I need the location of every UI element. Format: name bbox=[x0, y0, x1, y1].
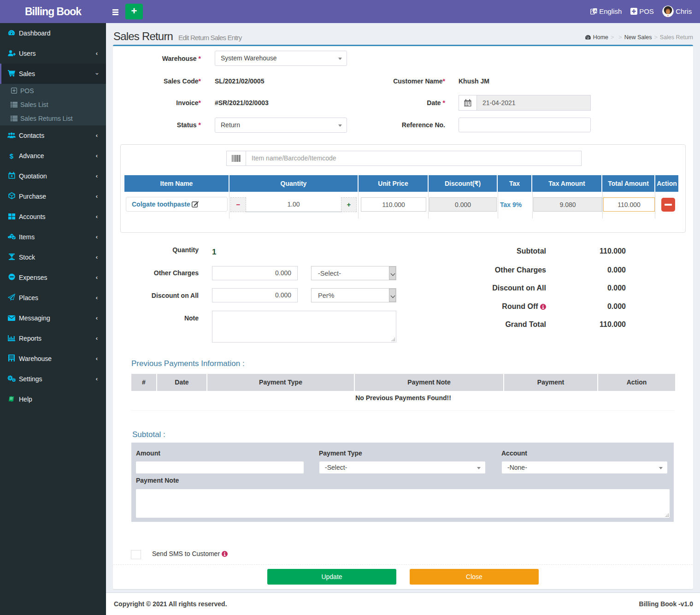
svg-text:A: A bbox=[594, 9, 597, 13]
